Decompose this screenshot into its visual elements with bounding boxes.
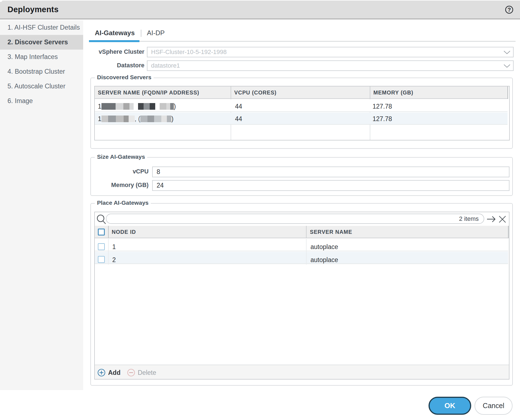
svg-text:?: ? <box>508 7 511 13</box>
